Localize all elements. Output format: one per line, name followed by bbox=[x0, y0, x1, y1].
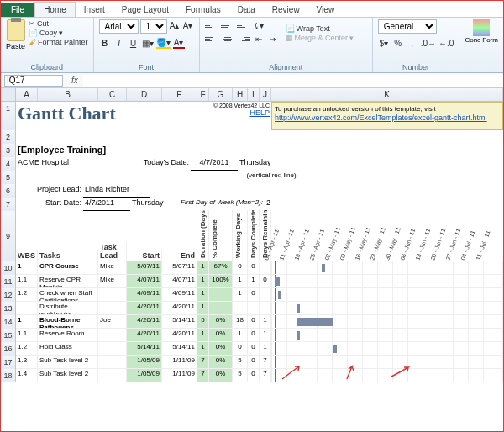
row-header[interactable]: 13 bbox=[1, 302, 16, 315]
col-g[interactable]: G bbox=[209, 88, 233, 101]
row-7[interactable]: 7 bbox=[1, 198, 16, 211]
cell-task[interactable]: Reserve CPR Manikin bbox=[38, 275, 98, 288]
cell-start[interactable]: 4/09/11 bbox=[127, 288, 162, 302]
cell-duration[interactable]: 7 bbox=[197, 369, 209, 382]
cell-days-remaining[interactable]: 7 bbox=[260, 356, 271, 369]
cell-start[interactable]: 1/05/09 bbox=[127, 369, 162, 382]
cell-working-days[interactable]: 1 bbox=[233, 288, 248, 302]
cell-wbs[interactable]: 1.1 bbox=[16, 275, 38, 288]
cell-end[interactable]: 5/07/11 bbox=[162, 261, 197, 275]
cell-wbs[interactable]: 1 bbox=[16, 315, 38, 329]
cell-days-complete[interactable]: 0 bbox=[248, 315, 260, 329]
row-header[interactable]: 10 bbox=[1, 261, 16, 275]
help-link[interactable]: HELP bbox=[249, 108, 270, 117]
increase-font-icon[interactable]: A▴ bbox=[169, 19, 181, 31]
col-c[interactable]: C bbox=[98, 88, 127, 101]
cell-working-days[interactable] bbox=[233, 302, 248, 315]
cell-pct[interactable]: 100% bbox=[209, 275, 233, 288]
underline-button[interactable]: U bbox=[128, 37, 139, 49]
cell-pct[interactable]: 0% bbox=[209, 329, 233, 342]
tab-insert[interactable]: Insert bbox=[76, 3, 113, 17]
table-row[interactable]: 121.2Check when Staff Certifications Exp… bbox=[1, 288, 503, 302]
cell-working-days[interactable]: 5 bbox=[233, 356, 248, 369]
cell-wbs[interactable]: 1.1 bbox=[16, 329, 38, 342]
align-left-icon[interactable] bbox=[205, 33, 218, 45]
select-all-corner[interactable] bbox=[1, 88, 16, 102]
cell-end[interactable]: 5/14/11 bbox=[162, 342, 197, 356]
cell-duration[interactable]: 1 bbox=[197, 288, 209, 302]
cell-pct[interactable] bbox=[209, 288, 233, 302]
row-6[interactable]: 6 bbox=[1, 184, 16, 198]
cell-end[interactable]: 1/11/09 bbox=[162, 369, 197, 382]
paste-button[interactable]: Paste bbox=[6, 19, 25, 50]
cell-task[interactable]: Hold Class bbox=[38, 342, 98, 356]
cell-end[interactable]: 5/14/11 bbox=[162, 315, 197, 329]
row-header[interactable]: 17 bbox=[1, 356, 16, 369]
cell-task[interactable]: Sub Task level 2 bbox=[38, 356, 98, 369]
decrease-indent-icon[interactable]: ⇤ bbox=[253, 33, 265, 45]
project-lead[interactable]: Linda Richter bbox=[83, 184, 150, 198]
cell-days-remaining[interactable] bbox=[260, 261, 271, 275]
cell-task[interactable]: Blood-Borne Pathogens bbox=[38, 315, 98, 329]
cell-pct[interactable]: 0% bbox=[209, 315, 233, 329]
font-name-select[interactable]: Arial bbox=[99, 19, 139, 34]
cell-days-remaining[interactable]: 1 bbox=[260, 342, 271, 356]
cell-task[interactable]: Sub Task level 2 bbox=[38, 369, 98, 382]
cell-duration[interactable]: 1 bbox=[197, 261, 209, 275]
percent-icon[interactable]: % bbox=[392, 37, 404, 49]
number-format-select[interactable]: General bbox=[378, 19, 437, 34]
cell-lead[interactable] bbox=[98, 302, 127, 315]
cell-start[interactable]: 1/05/09 bbox=[127, 356, 162, 369]
cell-pct[interactable]: 0% bbox=[209, 342, 233, 356]
cell-days-complete[interactable]: 0 bbox=[248, 261, 260, 275]
cond-format-button[interactable]: Conc Form bbox=[465, 19, 498, 44]
table-row[interactable]: 141Blood-Borne PathogensJoe4/20/115/14/1… bbox=[1, 315, 503, 329]
col-h[interactable]: H bbox=[233, 88, 248, 101]
col-i[interactable]: I bbox=[248, 88, 260, 101]
currency-icon[interactable]: $▾ bbox=[378, 37, 390, 49]
tab-home[interactable]: Home bbox=[34, 2, 76, 17]
align-bottom-icon[interactable] bbox=[237, 19, 250, 31]
cell-working-days[interactable]: 18 bbox=[233, 315, 248, 329]
fx-icon[interactable]: fx bbox=[66, 76, 83, 85]
cell-wbs[interactable]: 1.4 bbox=[16, 369, 38, 382]
cell-days-complete[interactable]: 1 bbox=[248, 275, 260, 288]
cell-days-complete[interactable]: 0 bbox=[248, 356, 260, 369]
table-row[interactable]: 151.1Reserve Room4/20/114/20/1110%101 bbox=[1, 329, 503, 342]
col-j[interactable]: J bbox=[260, 88, 271, 101]
cell-start[interactable]: 4/07/11 bbox=[127, 275, 162, 288]
promo-link[interactable]: http://www.vertex42.com/ExcelTemplates/e… bbox=[275, 113, 487, 122]
row-header[interactable]: 18 bbox=[1, 369, 16, 382]
cell-days-remaining[interactable]: 0 bbox=[260, 275, 271, 288]
row-header[interactable]: 14 bbox=[1, 315, 16, 329]
cell-days-complete[interactable]: 0 bbox=[248, 288, 260, 302]
cell-wbs[interactable]: 1.2 bbox=[16, 342, 38, 356]
row-1[interactable]: 1 bbox=[1, 102, 16, 130]
orientation-icon[interactable]: ⤹▾ bbox=[253, 19, 265, 31]
col-f[interactable]: F bbox=[197, 88, 209, 101]
merge-center-button[interactable]: ▦ Merge & Center ▾ bbox=[286, 34, 354, 42]
tab-view[interactable]: View bbox=[308, 3, 344, 17]
tab-page-layout[interactable]: Page Layout bbox=[113, 3, 177, 17]
cell-days-remaining[interactable] bbox=[260, 288, 271, 302]
cell-start[interactable]: 4/20/11 bbox=[127, 329, 162, 342]
cell-lead[interactable] bbox=[98, 356, 127, 369]
cell-end[interactable]: 4/20/11 bbox=[162, 302, 197, 315]
wrap-text-button[interactable]: 📃 Wrap Text bbox=[286, 24, 354, 33]
table-row[interactable]: 181.4Sub Task level 21/05/091/11/0970%50… bbox=[1, 369, 503, 382]
table-row[interactable]: 13Distribute workbooks4/20/114/20/111 bbox=[1, 302, 503, 315]
cell-duration[interactable]: 7 bbox=[197, 356, 209, 369]
tab-file[interactable]: File bbox=[1, 3, 34, 17]
cell-days-remaining[interactable]: 1 bbox=[260, 315, 271, 329]
cell-working-days[interactable]: 0 bbox=[233, 261, 248, 275]
decrease-decimal-icon[interactable]: ←.0 bbox=[438, 37, 454, 49]
cell-start[interactable]: 4/20/11 bbox=[127, 302, 162, 315]
cell-start[interactable]: 4/20/11 bbox=[127, 315, 162, 329]
row-header[interactable]: 11 bbox=[1, 275, 16, 288]
align-top-icon[interactable] bbox=[205, 19, 218, 31]
cell-days-complete[interactable]: 0 bbox=[248, 369, 260, 382]
firstday-value[interactable]: 2 bbox=[265, 198, 276, 211]
cell-start[interactable]: 5/14/11 bbox=[127, 342, 162, 356]
name-box[interactable] bbox=[4, 75, 63, 87]
row-3[interactable]: 3 bbox=[1, 144, 16, 157]
